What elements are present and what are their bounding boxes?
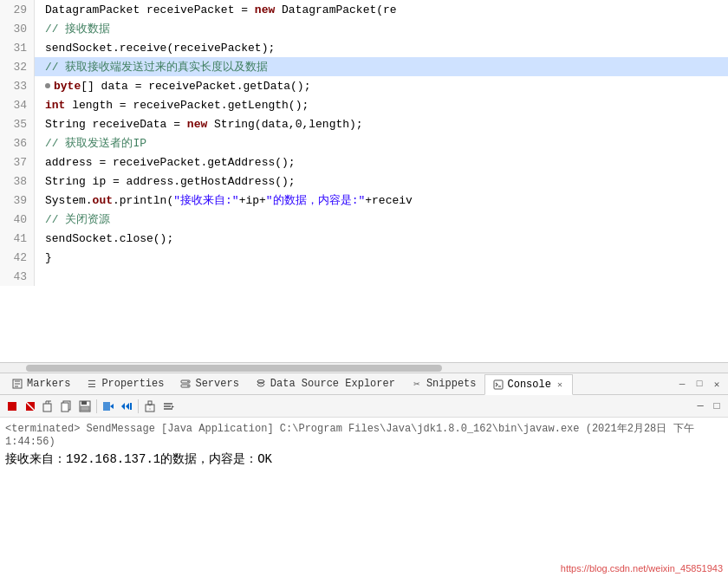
plain-token: +receiv <box>365 194 413 207</box>
line-content: String ip = address.getHostAddress(); <box>35 175 728 188</box>
tab-console[interactable]: Console✕ <box>484 374 573 395</box>
snippets-tab-label: Snippets <box>426 378 477 390</box>
line-number: 41 <box>0 229 35 248</box>
line-content: System.out.println("接收来自:"+ip+"的数据，内容是:"… <box>35 192 728 208</box>
markers-tab-icon <box>11 378 23 390</box>
bottom-tabs: Markers☰PropertiesServersData Source Exp… <box>0 373 728 395</box>
console-tab-label: Console <box>508 379 551 391</box>
line-content: // 获取接收端发送过来的真实长度以及数据 <box>35 59 728 75</box>
line-number: 29 <box>0 0 35 19</box>
console-maximize-button[interactable]: □ <box>709 399 725 414</box>
line-number: 33 <box>0 76 35 95</box>
minimize-panel-button[interactable]: — <box>674 376 690 392</box>
line-content: // 接收数据 <box>35 21 728 36</box>
code-line: 37address = receivePacket.getAddress(); <box>0 152 728 172</box>
code-lines: 29DatagramPacket receivePacket = new Dat… <box>0 0 728 362</box>
code-line: 40// 关闭资源 <box>0 210 728 229</box>
line-number: 32 <box>0 57 35 76</box>
stop-button[interactable] <box>22 398 39 415</box>
code-line: 33byte[] data = receivePacket.getData(); <box>0 76 728 95</box>
tab-markers[interactable]: Markers <box>3 373 78 394</box>
save-button[interactable] <box>76 398 94 415</box>
code-line: 35String receiveData = new String(data,0… <box>0 114 728 133</box>
snippets-tab-icon: ✂ <box>411 378 423 390</box>
plain-token: } <box>45 251 52 264</box>
horizontal-scrollbar[interactable] <box>0 362 728 373</box>
servers-tab-label: Servers <box>195 378 238 390</box>
line-number: 31 <box>0 38 35 57</box>
keyword-token: new <box>255 3 275 16</box>
scroll-lock-button[interactable] <box>159 398 177 415</box>
tab-properties[interactable]: ☰Properties <box>78 373 172 394</box>
plain-token: .println( <box>113 194 173 207</box>
svg-rect-22 <box>81 406 89 411</box>
line-content: sendSocket.close(); <box>35 232 728 245</box>
console-right-controls: — □ <box>692 399 725 414</box>
line-number: 38 <box>0 172 35 191</box>
plain-token: [] data = receivePacket.getData(); <box>81 80 310 93</box>
copy-button[interactable] <box>58 398 75 415</box>
code-line: 38String ip = address.getHostAddress(); <box>0 172 728 191</box>
plain-token: length = receivePacket.getLength(); <box>65 99 309 112</box>
console-tab-close[interactable]: ✕ <box>555 379 565 390</box>
code-line: 39System.out.println("接收来自:"+ip+"的数据，内容是… <box>0 191 728 210</box>
code-line: 30// 接收数据 <box>0 19 728 38</box>
remove-all-terminated-button[interactable] <box>40 398 57 415</box>
out-token: out <box>93 194 113 207</box>
line-content: String receiveData = new String(data,0,l… <box>35 118 728 131</box>
svg-point-8 <box>257 380 264 383</box>
tab-datasource[interactable]: Data Source Explorer <box>247 373 403 394</box>
line-content: // 获取发送者的IP <box>35 135 728 151</box>
properties-tab-label: Properties <box>101 378 164 390</box>
svg-rect-29 <box>148 401 152 405</box>
plain-token: sendSocket.receive(receivePacket); <box>45 42 275 55</box>
line-number: 30 <box>0 19 35 38</box>
plain-token: DatagramPacket receivePacket = <box>45 3 255 16</box>
code-line: 34int length = receivePacket.getLength()… <box>0 95 728 114</box>
scrollbar-thumb[interactable] <box>26 365 442 372</box>
plain-token: DatagramPacket(re <box>275 3 396 16</box>
comment-token: // 关闭资源 <box>45 213 110 226</box>
plain-token: String ip = address.getHostAddress(); <box>45 175 296 188</box>
breakpoint-dot <box>45 83 50 88</box>
line-content: sendSocket.receive(receivePacket); <box>35 42 728 55</box>
line-number: 42 <box>0 248 35 267</box>
svg-rect-19 <box>62 403 68 412</box>
svg-rect-11 <box>8 402 16 411</box>
line-number: 36 <box>0 133 35 152</box>
code-editor: 29DatagramPacket receivePacket = new Dat… <box>0 0 728 373</box>
line-content: byte[] data = receivePacket.getData(); <box>35 80 728 93</box>
servers-tab-icon <box>179 378 192 390</box>
string-token: "接收来自:" <box>173 194 238 207</box>
pin-button[interactable] <box>141 398 159 415</box>
keyword-token: byte <box>54 80 81 93</box>
string-token: "的数据，内容是:" <box>266 194 365 207</box>
line-number: 34 <box>0 95 35 114</box>
line-number: 37 <box>0 152 35 172</box>
code-line: 41sendSocket.close(); <box>0 229 728 248</box>
line-number: 40 <box>0 210 35 229</box>
plain-token: String(data,0,length); <box>207 118 362 131</box>
code-line: 32// 获取接收端发送过来的真实长度以及数据 <box>0 57 728 76</box>
terminate-button[interactable] <box>3 398 21 415</box>
console-minimize-button[interactable]: — <box>692 399 708 414</box>
svg-marker-34 <box>172 405 174 408</box>
svg-marker-25 <box>121 403 125 410</box>
line-content: // 关闭资源 <box>35 211 728 227</box>
datasource-tab-label: Data Source Explorer <box>270 378 395 390</box>
close-panel-button[interactable]: ✕ <box>709 376 725 392</box>
terminated-message: <terminated> SendMessage [Java Applicati… <box>5 421 723 448</box>
tab-servers[interactable]: Servers <box>172 373 246 394</box>
tab-snippets[interactable]: ✂Snippets <box>403 373 484 394</box>
run-button-1[interactable] <box>100 398 117 415</box>
tab-controls: — □ ✕ <box>674 376 725 392</box>
run-button-2[interactable] <box>118 398 135 415</box>
svg-point-7 <box>188 386 190 387</box>
plain-token: +ip+ <box>239 194 266 207</box>
comment-token: // 获取接收端发送过来的真实长度以及数据 <box>45 61 268 74</box>
code-line: 29DatagramPacket receivePacket = new Dat… <box>0 0 728 19</box>
code-line: 43 <box>0 267 728 286</box>
svg-rect-14 <box>43 404 51 412</box>
line-number: 39 <box>0 191 35 210</box>
maximize-panel-button[interactable]: □ <box>692 376 707 392</box>
